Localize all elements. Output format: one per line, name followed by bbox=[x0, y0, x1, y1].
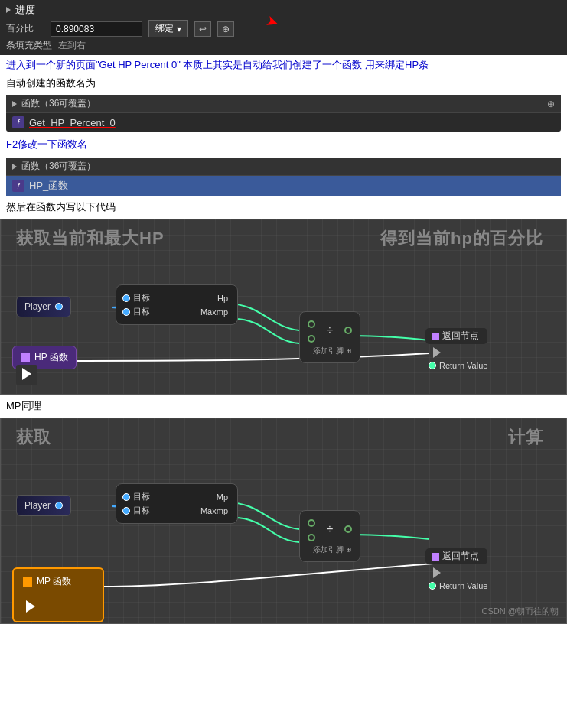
graph2-title-left: 获取 bbox=[16, 426, 51, 449]
get-node-1: 目标 Hp 目标 Maxmp bbox=[116, 284, 238, 325]
percent-value[interactable]: 0.890083 bbox=[51, 21, 142, 37]
divider-symbol-1: ÷ bbox=[318, 323, 341, 337]
then-code-text: 然后在函数内写以下代码 bbox=[0, 199, 567, 216]
fill-type-value: 左到右 bbox=[58, 39, 86, 52]
mp-label: MP同理 bbox=[0, 398, 567, 414]
func-collapse-icon-2 bbox=[12, 164, 17, 170]
get-node-target-1: 目标 bbox=[122, 292, 150, 304]
mp-func-icon bbox=[23, 577, 32, 587]
divider-node-1: ÷ 添加引脚 ⊕ bbox=[299, 311, 360, 363]
hp-func-play[interactable] bbox=[16, 365, 37, 385]
f2-text: F2修改一下函数名 bbox=[0, 135, 567, 154]
player-out-port-2 bbox=[55, 502, 63, 509]
progress-section: 进度 百分比 0.890083 绑定 ▾ ↩ ⊕ ➤ 条填充类型 左到右 bbox=[0, 0, 567, 55]
return-value-port-1 bbox=[429, 362, 436, 369]
func-item-1[interactable]: f Get_HP_Percent_0 bbox=[6, 113, 561, 132]
div-in-port-4 bbox=[308, 534, 315, 541]
player-node-2: Player bbox=[16, 495, 71, 516]
add-pin-1[interactable]: 添加引脚 ⊕ bbox=[308, 346, 352, 356]
play-triangle-mp bbox=[26, 600, 35, 613]
get-node-2: 目标 Mp 目标 Maxmp bbox=[116, 483, 238, 524]
target-in-port-4 bbox=[122, 507, 130, 515]
bind-button[interactable]: 绑定 ▾ bbox=[148, 20, 188, 37]
return-value-port-2 bbox=[429, 582, 436, 590]
add-pin-2[interactable]: 添加引脚 ⊕ bbox=[308, 544, 352, 555]
graph1-title-left: 获取当前和最大HP bbox=[16, 227, 165, 250]
mp-func-node: MP 函数 bbox=[12, 567, 104, 622]
progress-title: 进度 bbox=[6, 3, 561, 17]
fill-type-label: 条填充类型 bbox=[6, 39, 52, 52]
target-in-port-2 bbox=[122, 308, 130, 316]
return-value-label-2: Return Value bbox=[439, 581, 487, 590]
div-in-port-2 bbox=[308, 335, 315, 343]
player-label-1: Player bbox=[24, 301, 51, 312]
func-panel-1: 函数（36可覆盖） ⊕ f Get_HP_Percent_0 bbox=[6, 95, 561, 132]
func-item-2[interactable]: f HP_函数 bbox=[6, 176, 561, 196]
return-value-label-1: Return Value bbox=[439, 361, 487, 370]
graph-1: 获取当前和最大HP 得到当前hp的百分比 Player 目标 Hp bbox=[0, 219, 567, 395]
func-collapse-icon-1 bbox=[12, 101, 17, 107]
play-triangle-return-1 bbox=[433, 347, 441, 358]
func-add-icon-1[interactable]: ⊕ bbox=[547, 99, 555, 109]
get-node-2-target-2: 目标 bbox=[122, 505, 150, 516]
maxmp-out: Maxmp bbox=[200, 307, 231, 317]
play-triangle-hp bbox=[22, 368, 31, 380]
percent-label: 百分比 bbox=[6, 22, 44, 35]
return-node-2: 返回节点 Return Value bbox=[425, 548, 487, 590]
mp-out: Mp bbox=[217, 492, 231, 502]
get-node-target-2: 目标 bbox=[122, 306, 150, 317]
play-triangle-return-2 bbox=[433, 567, 441, 578]
func-f-icon-1: f bbox=[12, 116, 24, 128]
divider-symbol-2: ÷ bbox=[318, 522, 341, 536]
div-out-port-1 bbox=[344, 327, 352, 334]
chevron-icon: ▾ bbox=[177, 24, 181, 34]
graph1-title-right: 得到当前hp的百分比 bbox=[380, 227, 543, 250]
func-f-icon-2: f bbox=[12, 180, 24, 192]
player-node-1: Player bbox=[16, 296, 71, 317]
func-header-1: 函数（36可覆盖） ⊕ bbox=[6, 95, 561, 113]
intro-text: 进入到一个新的页面"Get HP Percent 0" 本质上其实是自动给我们创… bbox=[0, 55, 567, 75]
return-icon-1 bbox=[432, 333, 439, 340]
func-panel-2: 函数（36可覆盖） f HP_函数 bbox=[6, 158, 561, 196]
target-in-port-1 bbox=[122, 294, 130, 302]
get-node-2-row-1: 目标 Mp bbox=[122, 491, 231, 502]
collapse-icon bbox=[6, 7, 11, 13]
get-node-2-target-1: 目标 bbox=[122, 491, 150, 502]
get-node-row-2: 目标 Maxmp bbox=[122, 306, 231, 317]
graph2-title-right: 计算 bbox=[508, 426, 543, 449]
player-label-2: Player bbox=[24, 500, 51, 511]
return-icon-2 bbox=[432, 553, 439, 561]
maxmp-out-2: Maxmp bbox=[200, 506, 231, 515]
undo-button[interactable]: ↩ bbox=[194, 21, 211, 37]
graph-2: 获取 计算 Player 目标 Mp bbox=[0, 418, 567, 624]
divider-node-2: ÷ 添加引脚 ⊕ bbox=[299, 510, 360, 562]
div-in-port-1 bbox=[308, 320, 315, 328]
func-header-left-1: 函数（36可覆盖） bbox=[12, 97, 96, 110]
target-in-port-3 bbox=[122, 493, 130, 501]
div-in-port-3 bbox=[308, 519, 315, 527]
return-node-1: 返回节点 Return Value bbox=[425, 328, 487, 370]
redo-button[interactable]: ⊕ bbox=[217, 21, 234, 37]
hp-func-icon bbox=[21, 353, 30, 362]
get-node-1-body: 目标 Hp 目标 Maxmp bbox=[116, 285, 237, 324]
func-item-name-1: Get_HP_Percent_0 bbox=[29, 117, 116, 128]
func-header-2: 函数（36可覆盖） bbox=[6, 158, 561, 176]
div-out-port-2 bbox=[344, 525, 352, 533]
func-item-name-2: HP_函数 bbox=[29, 179, 68, 193]
hp-out: Hp bbox=[217, 294, 231, 303]
get-node-2-row-2: 目标 Maxmp bbox=[122, 505, 231, 516]
auto-create-text: 自动创建的函数名为 bbox=[0, 75, 567, 92]
get-node-2-body: 目标 Mp 目标 Maxmp bbox=[116, 484, 237, 523]
player-out-port-1 bbox=[55, 303, 63, 310]
func-header-left-2: 函数（36可覆盖） bbox=[12, 160, 96, 173]
get-node-row-1: 目标 Hp bbox=[122, 292, 231, 304]
csdn-watermark: CSDN @朝而往的朝 bbox=[482, 606, 559, 617]
